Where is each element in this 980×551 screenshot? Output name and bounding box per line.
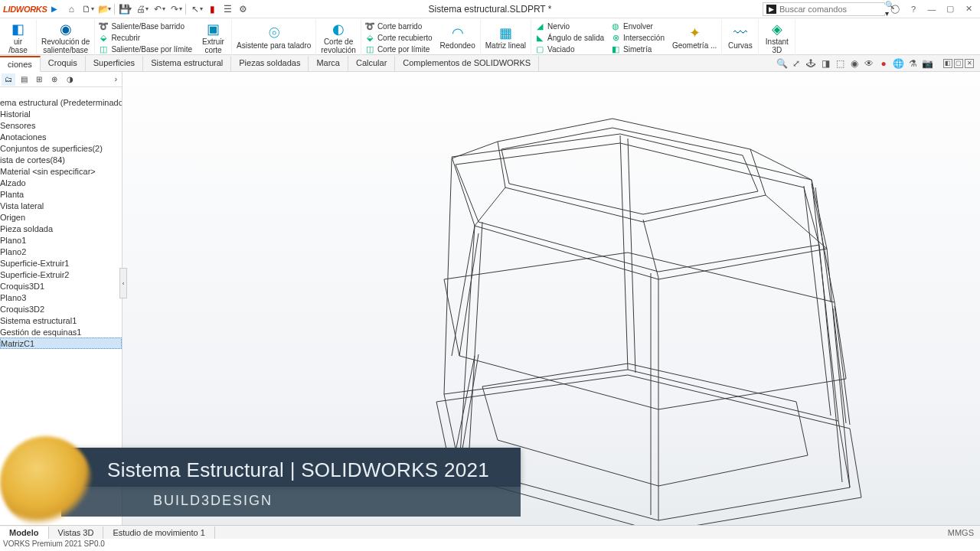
tab-superficies[interactable]: Superficies [86,56,143,71]
search-prefix-icon: ▶ [766,5,776,14]
ribbon-lofted-cut[interactable]: ⬙Corte recubierto [364,32,433,44]
swept-cut-icon: ➰ [364,21,375,31]
dimxpert-tab-icon[interactable]: ⊕ [47,73,61,86]
tree-item[interactable]: Plano2 [0,246,122,257]
display-style-icon[interactable]: ◉ [848,57,861,70]
ribbon-linear-pattern[interactable]: ▦ Matriz lineal [481,20,531,55]
rebuild-icon[interactable]: ▮ [204,2,220,17]
expand-manager-icon[interactable]: › [112,75,120,83]
loft-icon: ⬙ [98,32,109,43]
hide-show-icon[interactable]: 👁 [863,57,875,70]
prev-view-icon[interactable]: 🕹 [805,57,817,70]
search-input[interactable] [779,5,885,14]
tree-item[interactable]: ista de cortes(84) [0,154,122,165]
settings-icon[interactable]: ⚙ [235,2,250,17]
tree-item[interactable]: Origen [0,211,122,223]
tree-item[interactable]: Plano1 [0,234,122,246]
split-pane-icon[interactable]: ▢ [954,59,963,68]
tree-item[interactable]: Planta [0,188,122,200]
collapse-pane-icon[interactable]: ◧ [943,59,952,68]
ribbon-hole-wizard[interactable]: ⦾ Asistente para taladro [232,20,316,55]
overlay-orb-icon [0,436,92,528]
ribbon-revolve-boss[interactable]: ◉ Revolución desaliente/base [37,20,95,55]
tree-item[interactable]: Conjuntos de superficies(2) [0,142,122,154]
ribbon-rib-stack: ◢Nervio ◣Ángulo de salida ▢Vaciado [531,20,607,55]
tree-item[interactable]: Superficie-Extruir1 [0,257,122,269]
ribbon-wrap-stack: ◍Envolver ⊗Intersección ◧Simetría [607,20,668,55]
ribbon-mirror[interactable]: ◧Simetría [610,44,665,55]
close-icon[interactable]: ✕ [960,2,977,16]
maximize-icon[interactable]: ▢ [942,2,959,16]
options-icon[interactable]: ☰ [220,2,235,17]
tree-item[interactable]: Croquis3D2 [0,303,122,315]
ribbon-revolve-cut[interactable]: ◐ Corte derevolución [316,20,361,55]
tab-croquis[interactable]: Croquis [41,56,86,71]
instant3d-icon: ◈ [772,21,782,37]
tree-item[interactable]: MatrizC1 [0,337,122,349]
command-search[interactable]: ▶ 🔍▾ [763,2,885,16]
render-icon[interactable]: 📷 [921,57,933,70]
scene-icon[interactable]: 🌐 [892,57,904,70]
ribbon-wrap[interactable]: ◍Envolver [610,21,665,32]
tree-item[interactable]: Plano3 [0,292,122,303]
tab-complementos-de-solidworks[interactable]: Complementos de SOLIDWORKS [395,56,539,71]
tree-item[interactable]: Gestión de esquinas1 [0,326,122,337]
ribbon-cut-stack: ➰Corte barrido ⬙Corte recubierto ◫Corte … [361,20,436,55]
tree-item[interactable]: Anotaciones [0,131,122,142]
ribbon-reference-geometry[interactable]: ✦ Geometría ... [668,20,722,55]
ribbon-instant3d[interactable]: ◈ Instant3D [759,20,795,55]
property-manager-tab-icon[interactable]: ▤ [17,73,31,86]
close-pane-icon[interactable]: ✕ [965,59,974,68]
tree-item[interactable]: ema estructural (Predeterminado< [0,96,122,108]
tree-item[interactable]: Material <sin especificar> [0,165,122,177]
appearance-icon[interactable]: ● [877,57,890,70]
ribbon-sweep[interactable]: ➰Saliente/Base barrido [98,21,192,32]
ribbon-boundary-cut[interactable]: ◫Corte por límite [364,44,433,55]
tab-calcular[interactable]: Calcular [348,56,395,71]
ribbon-loft[interactable]: ⬙Recubrir [98,32,192,44]
units-indicator[interactable]: MMGS [942,528,980,537]
tab-piezas-soldadas[interactable]: Piezas soldadas [231,56,309,71]
tab-marca[interactable]: Marca [309,56,348,71]
view-orientation-icon[interactable]: ⬚ [834,57,846,70]
configuration-tab-icon[interactable]: ⊞ [32,73,46,86]
tab-sistema-estructural[interactable]: Sistema estructural [143,56,231,71]
overlay-title-card: Sistema Estructural | SOLIDWORKS 2021 [61,448,521,487]
ribbon-shell[interactable]: ▢Vaciado [534,44,604,55]
tree-item[interactable]: Superficie-Extruir2 [0,269,122,280]
zoom-area-icon[interactable]: ⤢ [790,57,802,70]
ribbon-rib[interactable]: ◢Nervio [534,21,604,32]
tab-ciones[interactable]: ciones [0,56,41,72]
play-icon[interactable]: ▶ [51,5,57,13]
sweep-icon: ➰ [98,21,109,31]
extrude-cut-icon: ▣ [207,21,220,37]
display-manager-tab-icon[interactable]: ◑ [63,73,77,86]
ribbon-swept-cut[interactable]: ➰Corte barrido [364,21,433,32]
view-settings-icon[interactable]: ⚗ [906,57,919,70]
viewport-controls: ◧ ▢ ✕ [943,59,974,68]
section-view-icon[interactable]: ◨ [819,57,831,70]
ribbon-draft[interactable]: ◣Ángulo de salida [534,32,604,44]
tree-item[interactable]: Vista lateral [0,200,122,211]
zoom-fit-icon[interactable]: 🔍 [776,57,788,70]
ribbon-extrude-cut[interactable]: ▣ Extruircorte [195,20,232,55]
ribbon-intersect[interactable]: ⊗Intersección [610,32,665,44]
ribbon-fillet[interactable]: ◠ Redondeo [436,20,481,55]
svg-line-22 [475,187,505,226]
tree-item[interactable]: Pieza soldada [0,223,122,234]
tree-item[interactable]: Historial [0,108,122,119]
user-icon[interactable]: ◯ [887,2,903,16]
home-icon[interactable]: ⌂ [64,2,79,17]
minimize-icon[interactable]: — [923,2,940,16]
tree-item[interactable]: Sensores [0,119,122,131]
tree-item[interactable]: Alzado [0,177,122,188]
ribbon: ◧ uir/base ◉ Revolución desaliente/base … [0,18,980,55]
sidebar-collapse-handle[interactable]: ‹ [119,268,127,298]
ribbon-extrude-boss[interactable]: ◧ uir/base [0,20,37,55]
tree-item[interactable]: Sistema estructural1 [0,315,122,326]
help-icon[interactable]: ? [905,2,922,16]
feature-manager-tab-icon[interactable]: 🗂 [2,73,15,86]
ribbon-curves[interactable]: 〰 Curvas [722,20,759,55]
tree-item[interactable]: Croquis3D1 [0,280,122,292]
ribbon-boundary[interactable]: ◫Saliente/Base por límite [98,44,192,55]
